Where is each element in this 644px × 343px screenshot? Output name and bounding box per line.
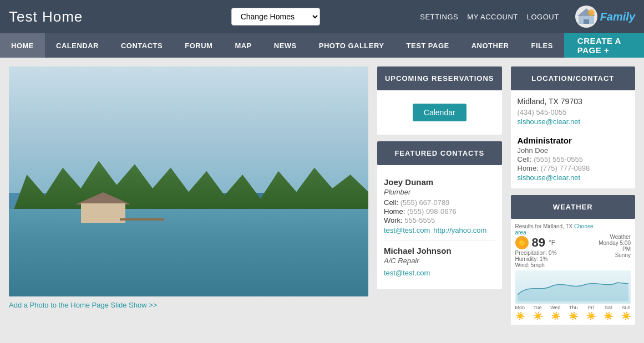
home-number-1: (555) 098-0676 — [407, 207, 457, 216]
weather-right: Weather Monday 5:00 PM Sunny — [594, 234, 631, 258]
admin-label: Administrator — [518, 136, 629, 145]
contact-cell-1: Cell: (555) 667-0789 — [384, 198, 495, 207]
contact-email2-1[interactable]: http://yahoo.com — [433, 226, 486, 234]
weather-left: Results for Midland, TX Choose area ☀️ 8… — [515, 223, 595, 268]
location-header: LOCATION/CONTACT — [511, 66, 636, 90]
admin-cell: Cell: (555) 555-0555 — [518, 155, 629, 163]
day-col-tue: Tue ☀️ — [533, 305, 542, 320]
nav-item-another[interactable]: ANOTHER — [460, 33, 520, 58]
day-col-sat: Sat ☀️ — [604, 305, 613, 320]
left-column: Add a Photo to the Home Page Slide Show … — [9, 66, 368, 343]
dock — [120, 218, 164, 221]
temp-unit: °F — [549, 239, 555, 247]
my-account-link[interactable]: MY ACCOUNT — [467, 13, 518, 21]
location-widget: LOCATION/CONTACT Midland, TX 79703 (434)… — [511, 66, 636, 188]
contact-name-2: Michael Johnson — [384, 246, 495, 255]
weather-precip: Precipitation: 0% Humidity: 1% Wind: 5mp… — [515, 250, 595, 268]
location-body: Midland, TX 79703 (434) 545-0055 slshous… — [511, 90, 636, 188]
nav-item-calendar[interactable]: CALENDAR — [45, 33, 110, 58]
contact-title-2: A/C Repair — [384, 257, 495, 265]
weather-temp: ☀️ 89 °F — [515, 236, 595, 250]
day-col-wed: Wed ☀️ — [550, 305, 560, 320]
nav-item-news[interactable]: NEWS — [263, 33, 308, 58]
nav-item-forum[interactable]: FORUM — [174, 33, 224, 58]
contact-work-1: Work: 555-5555 — [384, 216, 495, 224]
contact-name-1: Joey Dunam — [384, 177, 495, 187]
svg-point-4 — [588, 9, 595, 16]
work-label-1: Work: — [384, 216, 403, 224]
admin-home: Home: (775) 777-0898 — [518, 164, 629, 172]
home-image — [9, 66, 368, 296]
nav-item-photo-gallery[interactable]: PHOTO GALLERY — [308, 33, 395, 58]
weather-chart — [515, 270, 631, 304]
create-page-button[interactable]: CREATE A PAGE + — [564, 33, 644, 58]
admin-home-number: (775) 777-0898 — [540, 164, 590, 172]
nav-item-map[interactable]: MAP — [224, 33, 262, 58]
logo-icon — [575, 5, 598, 28]
weather-location: Results for Midland, TX Choose area — [515, 223, 595, 236]
header-right: SETTINGS MY ACCOUNT LOGOUT Family — [420, 5, 635, 28]
day-col-sun: Sun ☀️ — [621, 305, 631, 320]
contact-email1-1[interactable]: test@test.com — [384, 226, 430, 234]
svg-rect-3 — [584, 19, 589, 24]
weather-header: WEATHER — [511, 195, 636, 219]
nav-item-test-page[interactable]: TEST PAGE — [395, 33, 460, 58]
featured-contacts-widget: FEATURED CONTACTS Joey Dunam Plumber Cel… — [377, 141, 502, 289]
reservations-widget: UPCOMING RESERVATIONS Calendar — [377, 66, 502, 135]
site-title: Test Home — [9, 8, 131, 25]
contact-entry-2: Michael Johnson A/C Repair test@test.com — [384, 240, 495, 283]
day-col-fri: Fri ☀️ — [586, 305, 596, 320]
location-address: Midland, TX 79703 — [518, 97, 629, 106]
featured-contacts-body: Joey Dunam Plumber Cell: (555) 667-0789 … — [377, 165, 502, 289]
main-content: Add a Photo to the Home Page Slide Show … — [0, 58, 644, 343]
house-roof — [75, 192, 131, 204]
contact-email1-2[interactable]: test@test.com — [384, 269, 430, 277]
cell-number-1: (555) 667-0789 — [400, 198, 450, 207]
navigation: HOME CALENDAR CONTACTS FORUM MAP NEWS PH… — [0, 33, 644, 58]
weather-top: Results for Midland, TX Choose area ☀️ 8… — [515, 223, 631, 268]
logo-text: Family — [600, 11, 635, 23]
middle-column: UPCOMING RESERVATIONS Calendar FEATURED … — [377, 66, 502, 343]
nav-item-files[interactable]: FILES — [520, 33, 564, 58]
water — [9, 209, 368, 296]
change-homes-select[interactable]: Change HomesHome 1Home 2 — [231, 8, 320, 25]
day-col-mon: Mon ☀️ — [515, 305, 525, 320]
calendar-button[interactable]: Calendar — [413, 104, 466, 121]
settings-link[interactable]: SETTINGS — [420, 13, 458, 21]
contact-emails-2: test@test.com — [384, 268, 495, 277]
logout-link[interactable]: LOGOUT — [527, 13, 559, 21]
home-image-placeholder — [9, 66, 368, 296]
cell-label-1: Cell: — [384, 198, 398, 207]
contact-home-1: Home: (555) 098-0676 — [384, 207, 495, 216]
right-columns: UPCOMING RESERVATIONS Calendar FEATURED … — [377, 66, 635, 343]
contact-emails-1: test@test.com http://yahoo.com — [384, 226, 495, 234]
reservations-header: UPCOMING RESERVATIONS — [377, 66, 502, 90]
admin-cell-number: (555) 555-0555 — [534, 155, 583, 163]
weather-days-row: Mon ☀️ Tue ☀️ Wed ☀️ Thu — [515, 305, 631, 320]
house-body — [81, 203, 125, 223]
admin-contact-name: John Doe — [518, 146, 629, 155]
location-phone: (434) 545-0055 — [518, 108, 629, 116]
nav-item-contacts[interactable]: CONTACTS — [110, 33, 174, 58]
admin-email[interactable]: slshouse@clear.net — [518, 173, 581, 182]
work-number-1: 555-5555 — [404, 216, 435, 224]
nav-item-home[interactable]: HOME — [0, 33, 45, 58]
reservations-body: Calendar — [377, 90, 502, 135]
header: Test Home Change HomesHome 1Home 2 SETTI… — [0, 0, 644, 33]
location-email[interactable]: slshouse@clear.net — [518, 117, 629, 126]
temp-number: 89 — [532, 236, 545, 250]
weather-widget: WEATHER Results for Midland, TX Choose a… — [511, 195, 636, 325]
day-col-thu: Thu ☀️ — [569, 305, 578, 320]
featured-contacts-header: FEATURED CONTACTS — [377, 141, 502, 165]
weather-body: Results for Midland, TX Choose area ☀️ 8… — [511, 219, 636, 325]
header-center: Change HomesHome 1Home 2 — [131, 8, 420, 25]
contact-entry-1: Joey Dunam Plumber Cell: (555) 667-0789 … — [384, 172, 495, 240]
contact-title-1: Plumber — [384, 188, 495, 196]
add-photo-link[interactable]: Add a Photo to the Home Page Slide Show … — [9, 301, 368, 309]
logo-area: Family — [575, 5, 635, 28]
admin-section: Administrator John Doe Cell: (555) 555-0… — [518, 131, 629, 182]
sun-icon: ☀️ — [515, 236, 529, 249]
home-label-1: Home: — [384, 207, 405, 216]
far-right-column: LOCATION/CONTACT Midland, TX 79703 (434)… — [511, 66, 636, 343]
